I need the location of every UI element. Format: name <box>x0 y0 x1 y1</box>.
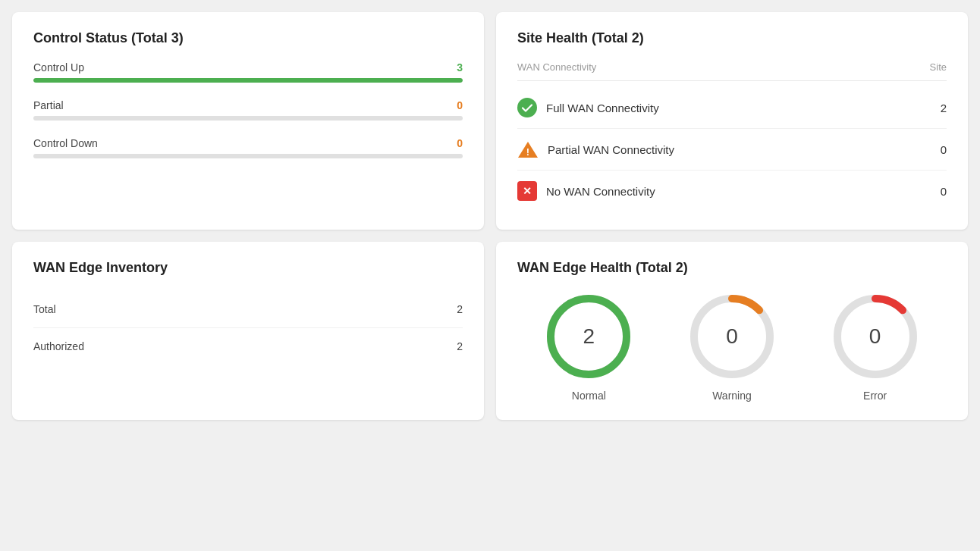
full-wan-row: Full WAN Connectivity 2 <box>517 87 947 129</box>
normal-value: 2 <box>583 324 595 349</box>
warning-label: Warning <box>712 390 752 402</box>
control-status-card: Control Status (Total 3) Control Up 3 Pa… <box>12 12 484 230</box>
authorized-label: Authorized <box>33 340 84 352</box>
site-health-header: WAN Connectivity Site <box>517 61 947 81</box>
authorized-row: Authorized 2 <box>33 328 463 365</box>
wan-inventory-card: WAN Edge Inventory Total 2 Authorized 2 <box>12 242 484 420</box>
partial-label: Partial <box>33 99 64 111</box>
site-col: Site <box>930 61 947 73</box>
wan-health-title: WAN Edge Health (Total 2) <box>517 260 947 276</box>
control-up-bar-fill <box>33 78 463 83</box>
health-circles: 2 Normal 0 Warning <box>517 291 947 402</box>
site-health-title: Site Health (Total 2) <box>517 30 947 46</box>
error-donut: 0 <box>830 291 921 382</box>
wan-health-card: WAN Edge Health (Total 2) 2 Normal <box>496 242 968 420</box>
normal-donut: 2 <box>543 291 634 382</box>
normal-circle-item: 2 Normal <box>543 291 634 402</box>
svg-text:!: ! <box>526 146 529 158</box>
partial-wan-count: 0 <box>941 143 947 156</box>
control-down-bar-track <box>33 154 463 158</box>
no-wan-row: ✕ No WAN Connectivity 0 <box>517 171 947 211</box>
authorized-value: 2 <box>457 340 463 352</box>
control-up-row: Control Up 3 <box>33 61 463 83</box>
site-health-card: Site Health (Total 2) WAN Connectivity S… <box>496 12 968 230</box>
control-up-value: 3 <box>457 61 463 74</box>
error-value: 0 <box>869 324 881 349</box>
control-up-bar-track <box>33 78 463 83</box>
control-down-label: Control Down <box>33 137 98 149</box>
full-wan-icon <box>517 98 537 117</box>
full-wan-count: 2 <box>941 102 947 114</box>
partial-row: Partial 0 <box>33 99 463 121</box>
partial-bar-track <box>33 116 463 121</box>
wan-inventory-title: WAN Edge Inventory <box>33 260 463 276</box>
total-value: 2 <box>457 303 463 315</box>
control-down-value: 0 <box>457 137 463 149</box>
partial-wan-label: Partial WAN Connectivity <box>548 143 674 156</box>
no-wan-count: 0 <box>941 185 947 198</box>
normal-label: Normal <box>572 390 606 402</box>
control-up-label: Control Up <box>33 61 84 74</box>
no-wan-label: No WAN Connectivity <box>546 185 655 198</box>
no-wan-icon: ✕ <box>517 181 537 201</box>
error-circle-item: 0 Error <box>830 291 921 402</box>
warning-value: 0 <box>726 324 738 349</box>
warning-donut: 0 <box>686 291 777 382</box>
control-status-title: Control Status (Total 3) <box>33 30 463 46</box>
wan-connectivity-col: WAN Connectivity <box>517 61 596 73</box>
warning-circle-item: 0 Warning <box>686 291 777 402</box>
total-label: Total <box>33 303 56 315</box>
total-row: Total 2 <box>33 291 463 328</box>
control-down-row: Control Down 0 <box>33 137 463 158</box>
partial-wan-icon: ! <box>517 139 539 159</box>
partial-value: 0 <box>457 99 463 111</box>
dashboard: Control Status (Total 3) Control Up 3 Pa… <box>12 12 968 420</box>
full-wan-label: Full WAN Connectivity <box>546 102 659 114</box>
partial-wan-row: ! Partial WAN Connectivity 0 <box>517 129 947 171</box>
error-label: Error <box>863 390 887 402</box>
